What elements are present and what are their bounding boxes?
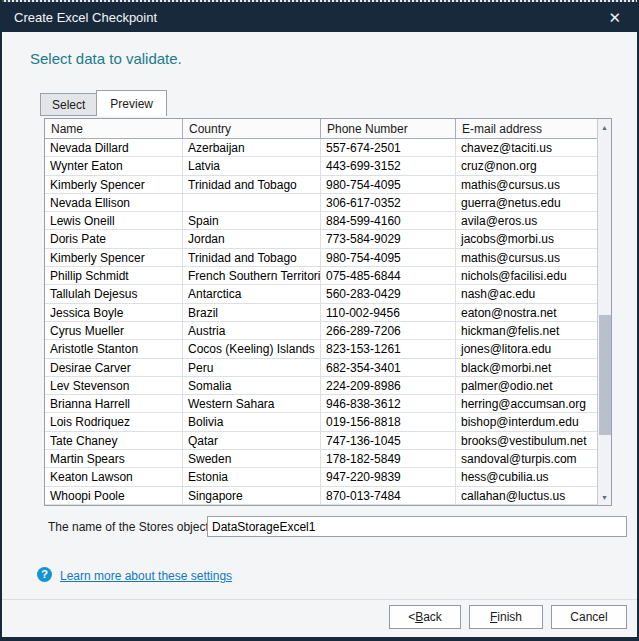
table-row[interactable]: Lev StevensonSomalia224-209-8986palmer@o…: [45, 377, 597, 395]
table-cell: 178-182-5849: [321, 450, 456, 468]
table-row[interactable]: Phillip SchmidtFrench Southern Territori…: [45, 267, 597, 285]
help-icon[interactable]: ?: [37, 567, 52, 582]
scroll-down-icon[interactable]: ▼: [598, 489, 611, 505]
table-cell: 443-699-3152: [321, 157, 456, 175]
table-cell: mathis@cursus.us: [456, 249, 597, 267]
table-cell: 884-599-4160: [321, 212, 456, 230]
table-cell: hess@cubilia.us: [456, 468, 597, 486]
dialog-body: Select data to validate. Select Preview …: [2, 32, 637, 637]
table-row[interactable]: Jessica BoyleBrazil110-002-9456eaton@nos…: [45, 304, 597, 322]
tab-strip: Select Preview: [40, 90, 167, 116]
table-cell: Trinidad and Tobago: [183, 249, 321, 267]
table-row[interactable]: Kimberly SpencerTrinidad and Tobago980-7…: [45, 249, 597, 267]
title-bar: Create Excel Checkpoint ✕: [2, 2, 637, 32]
table-cell: Azerbaijan: [183, 139, 321, 157]
table-cell: 224-209-8986: [321, 377, 456, 395]
table-cell: 980-754-4095: [321, 249, 456, 267]
table-row[interactable]: Nevada DillardAzerbaijan557-674-2501chav…: [45, 139, 597, 157]
table-row[interactable]: Tate ChaneyQatar747-136-1045brooks@vesti…: [45, 432, 597, 450]
table-row[interactable]: Lewis OneillSpain884-599-4160avila@eros.…: [45, 212, 597, 230]
table-cell: Kimberly Spencer: [45, 249, 183, 267]
table-cell: Jordan: [183, 230, 321, 248]
grid-content: Name Country Phone Number E-mail address…: [45, 119, 597, 505]
table-cell: nichols@facilisi.edu: [456, 267, 597, 285]
table-cell: Spain: [183, 212, 321, 230]
stores-object-input[interactable]: [207, 516, 627, 537]
table-cell: Tallulah Dejesus: [45, 285, 183, 303]
table-cell: 557-674-2501: [321, 139, 456, 157]
table-cell: Trinidad and Tobago: [183, 176, 321, 194]
table-cell: Western Sahara: [183, 395, 321, 413]
table-cell: Peru: [183, 359, 321, 377]
table-cell: Lois Rodriquez: [45, 413, 183, 431]
table-row[interactable]: Lois RodriquezBolivia019-156-8818bishop@…: [45, 413, 597, 431]
table-cell: Wynter Eaton: [45, 157, 183, 175]
table-cell: brooks@vestibulum.net: [456, 432, 597, 450]
table-row[interactable]: Wynter EatonLatvia443-699-3152cruz@non.o…: [45, 157, 597, 175]
table-cell: 560-283-0429: [321, 285, 456, 303]
table-row[interactable]: Kimberly SpencerTrinidad and Tobago980-7…: [45, 176, 597, 194]
table-row[interactable]: Cyrus MuellerAustria266-289-7206hickman@…: [45, 322, 597, 340]
table-row[interactable]: Brianna HarrellWestern Sahara946-838-361…: [45, 395, 597, 413]
table-cell: French Southern Territories: [183, 267, 321, 285]
table-cell: eaton@nostra.net: [456, 304, 597, 322]
stores-object-label: The name of the Stores object:: [48, 520, 212, 534]
table-row[interactable]: Martin SpearsSweden178-182-5849sandoval@…: [45, 450, 597, 468]
table-cell: Nevada Ellison: [45, 194, 183, 212]
table-cell: Tate Chaney: [45, 432, 183, 450]
tab-select[interactable]: Select: [40, 93, 97, 116]
close-icon[interactable]: ✕: [604, 10, 625, 25]
table-cell: jacobs@morbi.us: [456, 230, 597, 248]
table-cell: Whoopi Poole: [45, 487, 183, 505]
back-button[interactable]: < Back: [389, 605, 461, 629]
table-cell: Aristotle Stanton: [45, 340, 183, 358]
button-bar: < Back Finish Cancel: [389, 605, 627, 629]
table-row[interactable]: Nevada Ellison306-617-0352guerra@netus.e…: [45, 194, 597, 212]
finish-button[interactable]: Finish: [469, 605, 543, 629]
footer-divider: [2, 599, 637, 600]
table-cell: hickman@felis.net: [456, 322, 597, 340]
create-excel-checkpoint-dialog: Create Excel Checkpoint ✕ Select data to…: [0, 0, 639, 641]
table-cell: cruz@non.org: [456, 157, 597, 175]
table-cell: 075-485-6844: [321, 267, 456, 285]
table-cell: Sweden: [183, 450, 321, 468]
table-cell: 747-136-1045: [321, 432, 456, 450]
table-cell: 946-838-3612: [321, 395, 456, 413]
table-cell: Kimberly Spencer: [45, 176, 183, 194]
table-cell: black@morbi.net: [456, 359, 597, 377]
table-row[interactable]: Tallulah DejesusAntarctica560-283-0429na…: [45, 285, 597, 303]
table-cell: guerra@netus.edu: [456, 194, 597, 212]
table-cell: Desirae Carver: [45, 359, 183, 377]
scroll-up-icon[interactable]: ▲: [598, 119, 611, 135]
table-row[interactable]: Desirae CarverPeru682-354-3401black@morb…: [45, 359, 597, 377]
vertical-scrollbar[interactable]: ▲ ▼: [597, 119, 611, 505]
table-cell: Doris Pate: [45, 230, 183, 248]
learn-more-link[interactable]: Learn more about these settings: [60, 569, 232, 583]
table-cell: callahan@luctus.us: [456, 487, 597, 505]
table-cell: Cocos (Keeling) Islands: [183, 340, 321, 358]
table-cell: Lev Stevenson: [45, 377, 183, 395]
table-cell: Antarctica: [183, 285, 321, 303]
table-cell: jones@litora.edu: [456, 340, 597, 358]
tab-preview[interactable]: Preview: [96, 90, 167, 116]
table-cell: 306-617-0352: [321, 194, 456, 212]
cancel-button[interactable]: Cancel: [551, 605, 627, 629]
preview-data-grid: Name Country Phone Number E-mail address…: [44, 118, 612, 506]
scrollbar-thumb[interactable]: [599, 315, 611, 435]
column-header-email: E-mail address: [456, 119, 597, 139]
table-cell: mathis@cursus.us: [456, 176, 597, 194]
table-row[interactable]: Doris PateJordan773-584-9029jacobs@morbi…: [45, 230, 597, 248]
table-cell: avila@eros.us: [456, 212, 597, 230]
table-cell: 947-220-9839: [321, 468, 456, 486]
table-cell: chavez@taciti.us: [456, 139, 597, 157]
table-cell: [183, 194, 321, 212]
table-cell: Bolivia: [183, 413, 321, 431]
table-row[interactable]: Keaton LawsonEstonia947-220-9839hess@cub…: [45, 468, 597, 486]
table-cell: Jessica Boyle: [45, 304, 183, 322]
table-cell: bishop@interdum.edu: [456, 413, 597, 431]
table-cell: 110-002-9456: [321, 304, 456, 322]
table-cell: Somalia: [183, 377, 321, 395]
table-cell: Latvia: [183, 157, 321, 175]
table-row[interactable]: Whoopi PooleSingapore870-013-7484callaha…: [45, 487, 597, 505]
table-row[interactable]: Aristotle StantonCocos (Keeling) Islands…: [45, 340, 597, 358]
